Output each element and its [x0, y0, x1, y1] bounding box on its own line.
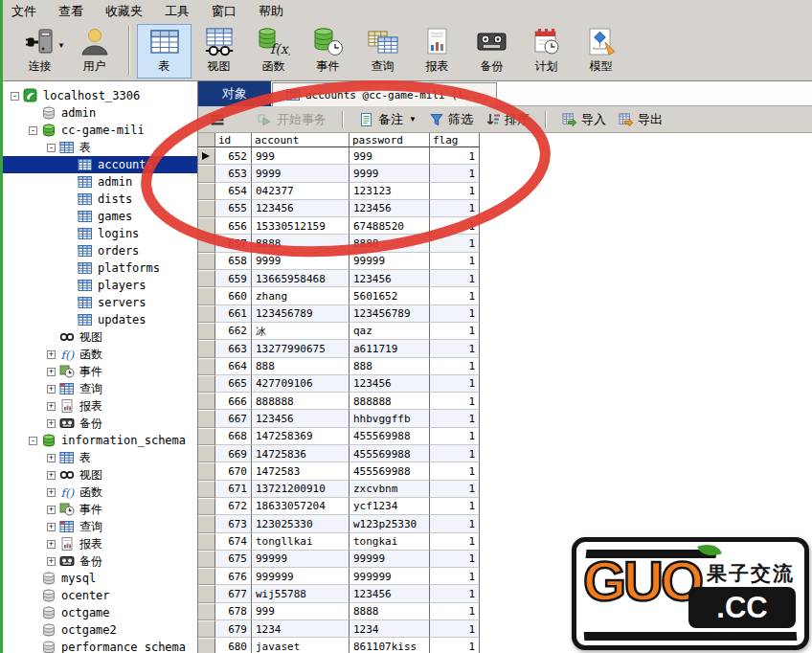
tree-expander[interactable]: +	[47, 402, 56, 411]
grid-menu-icon[interactable]	[210, 112, 225, 127]
toolbar-button-query[interactable]: 查询	[355, 24, 410, 79]
grid-cell[interactable]: 1	[430, 481, 480, 498]
grid-cell[interactable]: a611719	[350, 340, 430, 357]
grid-cell[interactable]: 1	[430, 428, 480, 445]
menu-item[interactable]: 文件	[3, 0, 50, 23]
grid-cell[interactable]: 13665958468	[252, 270, 350, 287]
grid-cell[interactable]: 1	[430, 358, 480, 375]
export-button[interactable]: 导出	[616, 109, 665, 130]
tree-expander[interactable]: -	[29, 437, 37, 445]
grid-cell[interactable]: zhang	[252, 287, 350, 304]
grid-cell[interactable]: 667	[215, 410, 252, 427]
grid-cell[interactable]: 123025330	[252, 515, 350, 532]
tree-expander[interactable]: +	[47, 385, 56, 394]
sidebar-item-orders[interactable]: orders	[3, 242, 197, 259]
grid-cell[interactable]: 67488520	[350, 217, 430, 235]
grid-cell[interactable]: 123456	[252, 200, 350, 217]
menu-item[interactable]: 查看	[50, 0, 97, 23]
grid-cell[interactable]: 9999	[252, 165, 350, 182]
grid-cell[interactable]: 9999	[350, 165, 430, 182]
grid-cell[interactable]: 冰	[252, 323, 350, 340]
grid-cell[interactable]: 8888	[350, 235, 430, 252]
grid-cell[interactable]: 672	[215, 498, 252, 515]
row-selector-cell[interactable]	[198, 428, 215, 445]
column-header-password[interactable]: password	[350, 133, 430, 147]
grid-cell[interactable]: 653	[215, 165, 252, 182]
sidebar-item-事件[interactable]: +事件	[3, 501, 197, 518]
row-selector-cell[interactable]	[198, 603, 215, 620]
sidebar-item-表[interactable]: +表	[3, 449, 197, 466]
begin-transaction-button[interactable]: 开始事务	[255, 109, 329, 130]
grid-cell[interactable]: 123456	[350, 585, 430, 602]
grid-cell[interactable]: 671	[215, 481, 252, 498]
toolbar-button-event[interactable]: 事件	[301, 24, 355, 79]
grid-cell[interactable]: 655	[215, 200, 252, 217]
grid-cell[interactable]: 18633057204	[252, 498, 350, 515]
grid-cell[interactable]: 1	[430, 165, 480, 182]
toolbar-button-model[interactable]: 模型	[574, 24, 628, 79]
grid-cell[interactable]: 042377	[252, 183, 350, 200]
tree-expander[interactable]: +	[47, 540, 56, 549]
sidebar-item-dists[interactable]: dists	[3, 191, 197, 208]
grid-cell[interactable]: 888	[252, 358, 350, 375]
grid-cell[interactable]: 670	[215, 462, 252, 480]
grid-cell[interactable]: 888	[350, 358, 430, 375]
grid-cell[interactable]: 1	[430, 147, 480, 165]
row-selector-cell[interactable]	[198, 585, 215, 602]
grid-cell[interactable]: 1	[430, 340, 480, 357]
grid-cell[interactable]: 1	[430, 200, 480, 217]
grid-cell[interactable]: qaz	[350, 323, 430, 340]
grid-cell[interactable]: 1	[430, 217, 480, 235]
grid-cell[interactable]: hhbvggffb	[350, 410, 430, 427]
sidebar-item-函数[interactable]: +f()函数	[3, 484, 197, 501]
grid-cell[interactable]: javaset	[252, 638, 350, 653]
grid-cell[interactable]: 1	[430, 235, 480, 252]
sidebar-item-admin[interactable]: admin	[3, 173, 197, 191]
tree-expander[interactable]: +	[47, 368, 56, 376]
grid-cell[interactable]: 674	[215, 533, 252, 551]
row-selector-cell[interactable]	[198, 287, 215, 304]
sidebar-item-information_schema[interactable]: -information_schema	[3, 432, 197, 449]
sidebar-item-logins[interactable]: logins	[3, 225, 197, 242]
grid-cell[interactable]: 455569988	[350, 445, 430, 462]
menu-item[interactable]: 工具	[156, 0, 203, 23]
sidebar-item-函数[interactable]: +f()函数	[3, 346, 197, 363]
toolbar-button-view[interactable]: 视图	[192, 24, 246, 79]
grid-cell[interactable]: 1	[430, 253, 480, 270]
grid-cell[interactable]: tongkai	[350, 533, 430, 551]
toolbar-button-backup[interactable]: 备份	[464, 24, 519, 79]
row-selector-cell[interactable]	[198, 638, 215, 653]
row-selector-cell[interactable]	[198, 183, 215, 200]
menu-item[interactable]: 窗口	[203, 0, 250, 23]
grid-cell[interactable]: 666	[215, 393, 252, 410]
grid-cell[interactable]: 656	[215, 217, 252, 235]
row-selector-cell[interactable]	[198, 551, 215, 568]
grid-cell[interactable]: 675	[215, 551, 252, 568]
grid-cell[interactable]: 99999	[252, 551, 350, 568]
row-selector-cell[interactable]	[198, 375, 215, 393]
row-selector-cell[interactable]	[198, 340, 215, 357]
grid-cell[interactable]: 1	[430, 551, 480, 568]
sidebar-item-octgame[interactable]: octgame	[3, 604, 197, 621]
sidebar-item-事件[interactable]: +事件	[3, 363, 197, 380]
grid-cell[interactable]: 1	[430, 638, 480, 653]
grid-cell[interactable]: 1	[430, 603, 480, 620]
grid-cell[interactable]: 1	[430, 445, 480, 462]
row-selector-cell[interactable]	[198, 200, 215, 217]
tree-expander[interactable]: +	[47, 419, 56, 428]
toolbar-button-table[interactable]: 表	[137, 24, 192, 79]
grid-cell[interactable]: 5601652	[350, 287, 430, 304]
row-selector-cell[interactable]	[198, 568, 215, 585]
tree-expander[interactable]: +	[47, 471, 56, 480]
grid-cell[interactable]: 1	[430, 410, 480, 427]
row-selector-cell[interactable]	[198, 515, 215, 532]
grid-cell[interactable]: wij55788	[252, 585, 350, 602]
toolbar-button-user[interactable]: 用户	[67, 24, 122, 79]
grid-cell[interactable]: 8888	[252, 235, 350, 252]
grid-cell[interactable]: 13277990675	[252, 340, 350, 357]
column-header-account[interactable]: account	[252, 133, 350, 147]
sidebar-item-查询[interactable]: +查询	[3, 518, 197, 535]
grid-cell[interactable]: 888888	[252, 393, 350, 410]
column-header-flag[interactable]: flag	[430, 133, 480, 147]
grid-cell[interactable]: 652	[215, 147, 252, 165]
